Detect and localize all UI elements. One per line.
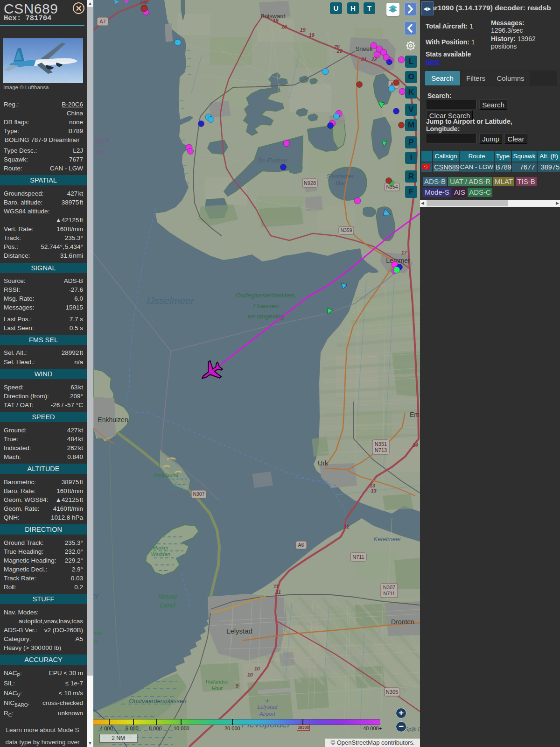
- svg-text:N307: N307: [193, 491, 204, 497]
- svg-text:N711: N711: [383, 591, 395, 596]
- svg-text:10: 10: [254, 666, 260, 671]
- svg-text:N928: N928: [304, 180, 316, 186]
- svg-text:Enkhuizen: Enkhuizen: [98, 416, 128, 423]
- svg-text:12: 12: [344, 524, 350, 529]
- svg-text:Sneek: Sneek: [356, 45, 373, 52]
- svg-text:Emmeloord: Emmeloord: [410, 411, 420, 418]
- svg-text:Nieuw: Nieuw: [158, 593, 178, 600]
- svg-text:Urk: Urk: [318, 459, 329, 467]
- svg-text:N305: N305: [386, 689, 398, 695]
- svg-text:Sleattemer: Sleattemer: [327, 173, 354, 180]
- svg-text:Wadden: Wadden: [151, 551, 170, 557]
- svg-text:Fluessen: Fluessen: [253, 303, 279, 310]
- svg-text:10: 10: [247, 672, 253, 677]
- svg-text:Hollandse: Hollandse: [206, 679, 229, 684]
- svg-text:14: 14: [413, 442, 418, 448]
- svg-text:Lemmer: Lemmer: [386, 257, 410, 264]
- svg-text:18: 18: [273, 18, 279, 23]
- svg-text:17: 17: [401, 250, 407, 255]
- svg-text:11: 11: [276, 589, 281, 595]
- svg-text:Marker: Marker: [153, 545, 169, 550]
- svg-text:Mar: Mar: [336, 180, 346, 187]
- svg-text:slân: slân: [95, 148, 106, 155]
- svg-text:A6: A6: [298, 542, 304, 548]
- svg-text:13: 13: [371, 488, 377, 493]
- svg-text:N713: N713: [375, 447, 387, 453]
- svg-text:er: er: [94, 638, 99, 644]
- svg-text:✈: ✈: [265, 698, 269, 704]
- svg-text:20: 20: [336, 48, 343, 54]
- svg-text:Lelystad: Lelystad: [258, 704, 278, 710]
- svg-text:Airport: Airport: [259, 711, 276, 717]
- svg-text:dpark: dpark: [95, 137, 111, 144]
- svg-text:eer: eer: [93, 591, 99, 601]
- svg-text:Hout: Hout: [211, 685, 223, 691]
- svg-text:Oostvaardersplassen: Oostvaardersplassen: [129, 698, 187, 705]
- svg-text:21: 21: [361, 56, 367, 62]
- svg-text:Oudegaasterbrekken,: Oudegaasterbrekken,: [236, 292, 296, 299]
- svg-text:18: 18: [281, 24, 287, 29]
- svg-text:N359: N359: [340, 227, 352, 233]
- svg-text:IJsselmeer: IJsselmeer: [147, 295, 195, 306]
- svg-text:Trintelzand: Trintelzand: [153, 472, 178, 478]
- svg-text:De Fluezen: De Fluezen: [258, 157, 287, 164]
- svg-text:Fryslân: Fryslân: [143, 308, 157, 325]
- svg-text:Spijk-Br: Spijk-Br: [405, 726, 420, 732]
- svg-text:19: 19: [300, 27, 306, 33]
- svg-text:Land: Land: [160, 601, 175, 609]
- svg-text:Ketelmeer: Ketelmeer: [373, 536, 401, 543]
- svg-text:neer: neer: [93, 630, 103, 636]
- svg-text:140: 140: [140, 0, 148, 5]
- svg-text:N351: N351: [375, 441, 387, 447]
- svg-text:N307: N307: [383, 585, 395, 590]
- svg-text:A7: A7: [99, 19, 105, 24]
- svg-text:19: 19: [309, 32, 315, 38]
- svg-text:11: 11: [273, 584, 279, 589]
- svg-text:Lelystad: Lelystad: [226, 627, 252, 635]
- svg-text:N711: N711: [352, 554, 364, 560]
- svg-text:Dronten: Dronten: [391, 618, 414, 626]
- svg-text:9: 9: [236, 683, 238, 689]
